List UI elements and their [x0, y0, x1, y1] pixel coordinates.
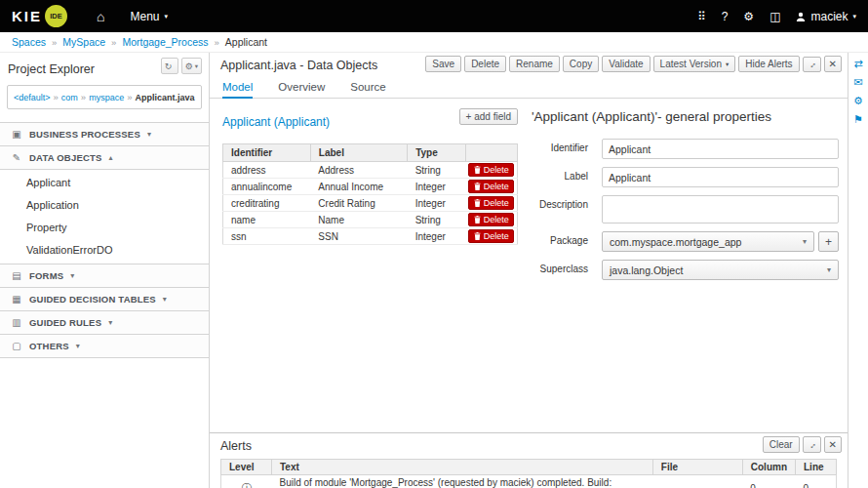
explorer-section-guided-rules[interactable]: ▥GUIDED RULES▾ — [0, 311, 209, 335]
alerts-table: LevelTextFileColumnLine ⓘBuild of module… — [220, 459, 837, 488]
field-identifier: name — [223, 212, 311, 228]
guided-decision-tables-icon: ▦ — [10, 294, 23, 305]
data-objects-icon: ✎ — [10, 152, 23, 163]
editor-toolbar: Save Delete Rename Copy Validate Latest … — [425, 56, 842, 72]
trash-icon — [474, 216, 481, 224]
delete-field-button[interactable]: Delete — [468, 213, 514, 226]
properties-column: 'Applicant (Applicant)'- general propert… — [532, 109, 839, 288]
project-explorer-actions: ↻ ⚙▾ — [161, 58, 202, 74]
explorer-item-validationerrordo[interactable]: ValidationErrorDO — [0, 239, 209, 262]
field-row[interactable]: creditratingCredit RatingIntegerDelete — [223, 195, 518, 212]
breadcrumb-item[interactable]: Spaces — [12, 36, 46, 48]
new-package-button[interactable]: + — [818, 231, 839, 252]
breadcrumb-item[interactable]: MySpace — [62, 36, 105, 48]
explorer-section-guided-decision-tables[interactable]: ▦GUIDED DECISION TABLES▾ — [0, 288, 209, 311]
field-row[interactable]: nameNameStringDelete — [223, 212, 518, 228]
others-icon: ▢ — [10, 341, 23, 351]
fields-header-cell: Label — [310, 144, 407, 162]
clear-alerts-button[interactable]: Clear — [763, 436, 800, 453]
path-separator: » — [127, 92, 132, 102]
properties-title: 'Applicant (Applicant)'- general propert… — [532, 109, 839, 124]
explorer-item-applicant[interactable]: Applicant — [0, 172, 209, 194]
help-icon[interactable]: ? — [722, 10, 729, 23]
breadcrumb-separator: » — [111, 37, 116, 48]
gear-icon: ⚙ — [185, 61, 193, 71]
fields-table-body: addressAddressStringDeleteannualincomeAn… — [223, 162, 518, 245]
field-type: Integer — [408, 179, 466, 195]
editor-header: Applicant.java - Data Objects Save Delet… — [210, 53, 848, 76]
section-label: GUIDED DECISION TABLES — [29, 294, 156, 305]
superclass-value: java.lang.Object — [610, 264, 683, 276]
settings-gear-icon[interactable]: ⚙ — [743, 10, 754, 23]
close-editor-button[interactable]: ✕ — [824, 56, 842, 72]
user-menu[interactable]: maciek ▾ — [796, 10, 856, 23]
settings-panel-icon[interactable]: ⚙ — [853, 96, 863, 106]
chevron-down-icon: ▾ — [76, 342, 80, 350]
tab-overview[interactable]: Overview — [278, 76, 325, 99]
package-select[interactable]: com.myspace.mortgage_app ▾ — [602, 231, 814, 252]
delete-field-button[interactable]: Delete — [468, 229, 514, 243]
menu-dropdown[interactable]: Menu ▾ — [130, 10, 168, 23]
explorer-section-business-processes[interactable]: ▣BUSINESS PROCESSES▾ — [0, 123, 209, 146]
archive-icon[interactable]: ◫ — [769, 10, 780, 23]
refresh-button[interactable]: ↻ — [161, 58, 178, 74]
tab-source[interactable]: Source — [350, 76, 385, 99]
collapse-panels-icon[interactable]: ⇄ — [853, 59, 862, 69]
identifier-input[interactable] — [602, 139, 839, 159]
explorer-path-item[interactable]: myspace — [89, 93, 124, 102]
fields-table-head: IdentifierLabelType — [223, 144, 518, 162]
breadcrumb-item[interactable]: Mortgage_Process — [122, 36, 208, 48]
description-input[interactable] — [602, 195, 839, 224]
apps-grid-icon[interactable]: ⠿ — [697, 10, 706, 23]
add-field-button[interactable]: + add field — [459, 108, 518, 125]
explorer-section-forms[interactable]: ▤FORMS▾ — [0, 264, 209, 288]
alert-row[interactable]: ⓘBuild of module 'Mortgage_Process' (req… — [221, 475, 837, 488]
rename-button[interactable]: Rename — [509, 56, 560, 72]
field-label: Name — [310, 212, 407, 228]
superclass-select[interactable]: java.lang.Object ▾ — [602, 260, 839, 280]
alerts-panel: Alerts Clear ↔ ✕ LevelTextFileColumnLine… — [210, 432, 848, 488]
tab-model[interactable]: Model — [222, 76, 253, 99]
home-icon[interactable]: ⌂ — [97, 9, 104, 24]
close-alerts-button[interactable]: ✕ — [824, 436, 842, 453]
save-button[interactable]: Save — [425, 56, 461, 72]
validate-button[interactable]: Validate — [602, 56, 650, 72]
bookmark-panel-icon[interactable]: ⚑ — [853, 114, 863, 125]
explorer-section-others[interactable]: ▢OTHERS▾ — [0, 335, 209, 358]
messages-panel-icon[interactable]: ✉ — [853, 77, 862, 88]
kie-logo[interactable]: KIE IDE — [12, 5, 67, 27]
explorer-path-item[interactable]: <default> — [14, 93, 51, 102]
field-identifier: creditrating — [223, 195, 311, 212]
delete-button[interactable]: Delete — [464, 56, 506, 72]
section-label: DATA OBJECTS — [29, 152, 102, 163]
explorer-item-application[interactable]: Application — [0, 194, 209, 217]
section-label: GUIDED RULES — [29, 317, 101, 328]
field-row[interactable]: addressAddressStringDelete — [223, 162, 518, 179]
alerts-header-row: LevelTextFileColumnLine — [221, 460, 837, 475]
fields-table: IdentifierLabelType addressAddressString… — [222, 143, 518, 245]
label-label: Label — [532, 167, 602, 187]
explorer-item-property[interactable]: Property — [0, 217, 209, 239]
explorer-settings-button[interactable]: ⚙▾ — [181, 58, 202, 74]
delete-field-button[interactable]: Delete — [468, 163, 514, 177]
fields-column: Applicant (Applicant) + add field Identi… — [222, 112, 518, 245]
trash-icon — [474, 183, 481, 190]
user-name: maciek — [810, 10, 848, 23]
alerts-header-cell: Line — [796, 460, 837, 475]
maximize-alerts-button[interactable]: ↔ — [803, 436, 821, 453]
explorer-path-item[interactable]: com — [61, 93, 78, 102]
explorer-section-data-objects[interactable]: ✎DATA OBJECTS▴ — [0, 146, 209, 170]
trash-icon — [474, 232, 481, 240]
package-value: com.myspace.mortgage_app — [610, 236, 741, 248]
latest-version-dropdown[interactable]: Latest Version ▾ — [653, 56, 736, 72]
field-row[interactable]: annualincomeAnnual IncomeIntegerDelete — [223, 179, 518, 195]
hide-alerts-button[interactable]: Hide Alerts — [738, 56, 799, 72]
label-input[interactable] — [602, 167, 839, 187]
field-identifier: ssn — [223, 228, 311, 245]
maximize-editor-button[interactable]: ↔ — [803, 57, 821, 72]
delete-field-button[interactable]: Delete — [468, 196, 514, 210]
delete-field-button[interactable]: Delete — [468, 180, 514, 193]
field-row[interactable]: ssnSSNIntegerDelete — [223, 228, 518, 245]
copy-button[interactable]: Copy — [563, 56, 599, 72]
guided-rules-icon: ▥ — [10, 317, 23, 328]
